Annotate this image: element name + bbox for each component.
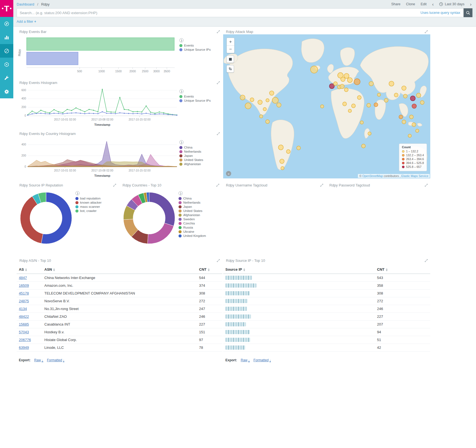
attack-marker[interactable] — [368, 132, 371, 135]
export-raw-link[interactable]: Raw↓ — [34, 358, 43, 362]
attack-marker[interactable] — [343, 102, 347, 106]
legend-toggle-icon[interactable]: ❯ — [179, 89, 184, 93]
legend-toggle-icon[interactable]: ❯ — [179, 191, 183, 195]
attack-marker[interactable] — [344, 73, 349, 78]
as-number-link[interactable]: 4134 — [19, 307, 27, 311]
attack-marker[interactable] — [240, 95, 245, 100]
attack-marker[interactable] — [420, 101, 424, 104]
search-button[interactable] — [464, 8, 472, 17]
legend-item[interactable]: United Kingdom — [179, 234, 217, 237]
breadcrumb-dashboard-link[interactable]: Dashboard — [17, 2, 34, 6]
expand-icon[interactable] — [217, 81, 220, 85]
legend-item[interactable]: Netherlands — [179, 201, 217, 204]
expand-icon[interactable] — [425, 30, 428, 34]
attack-marker[interactable] — [352, 104, 355, 108]
clone-button[interactable]: Clone — [406, 2, 415, 6]
attack-marker[interactable] — [348, 109, 352, 112]
as-number-link[interactable]: 24875 — [19, 299, 29, 303]
expand-icon[interactable] — [216, 183, 219, 188]
legend-item[interactable]: Events — [179, 95, 220, 98]
legend-item[interactable]: Netherlands — [179, 150, 220, 153]
attack-marker[interactable] — [272, 97, 278, 103]
expand-icon[interactable] — [425, 259, 428, 263]
legend-item[interactable]: Afghanistan — [179, 162, 220, 166]
as-number-link[interactable]: 16509 — [19, 283, 29, 288]
legend-item[interactable]: China — [179, 146, 220, 149]
attack-marker[interactable] — [377, 93, 381, 96]
map-draw-rect-button[interactable] — [226, 65, 234, 73]
attack-marker[interactable] — [357, 96, 361, 99]
as-number-link[interactable]: 206776 — [19, 338, 31, 342]
legend-toggle-icon[interactable]: ❯ — [179, 38, 184, 42]
attack-marker[interactable] — [258, 100, 262, 104]
attack-marker[interactable] — [354, 79, 360, 85]
expand-icon[interactable] — [217, 259, 220, 263]
attack-marker[interactable] — [297, 146, 301, 150]
map-zoom-in-button[interactable]: + — [227, 38, 234, 45]
attack-marker[interactable] — [408, 134, 411, 137]
elastic-maps-link[interactable]: Elastic Maps Service — [401, 174, 428, 178]
attack-marker[interactable] — [402, 86, 406, 90]
attack-marker[interactable] — [278, 145, 283, 150]
export-raw-link[interactable]: Raw↓ — [241, 358, 250, 362]
attack-marker[interactable] — [409, 115, 413, 119]
legend-item[interactable]: Czechia — [179, 222, 217, 225]
legend-item[interactable]: known attacker — [75, 201, 114, 204]
attack-marker[interactable] — [320, 105, 324, 108]
legend-item[interactable]: bad reputation — [75, 197, 114, 200]
legend-item[interactable]: Unique Source IPs — [179, 48, 220, 51]
attack-marker[interactable] — [334, 82, 337, 86]
attack-marker[interactable] — [360, 121, 363, 124]
legend-toggle-icon[interactable]: ❯ — [179, 140, 184, 144]
attack-marker[interactable] — [245, 103, 251, 109]
legend-item[interactable]: bot, crawler — [75, 209, 114, 213]
attack-marker[interactable] — [310, 66, 318, 73]
attack-marker[interactable] — [277, 103, 281, 107]
time-forward-button[interactable]: › — [470, 2, 472, 7]
attack-marker[interactable] — [410, 96, 415, 101]
search-input[interactable] — [17, 11, 421, 15]
attack-marker[interactable] — [344, 88, 348, 92]
attack-map[interactable]: + − Count 1 – 132.2132.2 – 263.4263.4 – … — [223, 34, 430, 178]
attack-marker[interactable] — [394, 93, 398, 97]
legend-item[interactable]: United States — [179, 158, 220, 162]
attack-marker[interactable] — [341, 77, 345, 81]
map-fit-button[interactable] — [226, 55, 234, 63]
column-header-asn[interactable]: ASN — [42, 265, 197, 274]
column-header-as[interactable]: AS — [17, 265, 42, 274]
legend-item[interactable]: Ukraine — [179, 230, 217, 233]
legend-item[interactable]: Russia — [179, 226, 217, 229]
attack-marker[interactable] — [369, 81, 373, 86]
legend-item[interactable]: Japan — [179, 205, 217, 208]
time-back-button[interactable]: ‹ — [432, 2, 434, 7]
column-header-cnt[interactable]: CNT — [375, 265, 430, 274]
attack-marker[interactable] — [403, 94, 407, 98]
as-number-link[interactable]: 57043 — [19, 330, 29, 334]
time-range-picker[interactable]: Last 30 days — [439, 2, 464, 6]
attack-marker[interactable] — [266, 99, 269, 102]
expand-icon[interactable] — [113, 183, 116, 188]
lucene-syntax-link[interactable]: Uses lucene query syntax — [421, 11, 460, 15]
legend-item[interactable]: Sweden — [179, 217, 217, 221]
events-bar-chart[interactable]: Rdpy500100015002000250030003500 — [17, 34, 179, 75]
expand-icon[interactable] — [320, 183, 323, 188]
attack-marker[interactable] — [250, 98, 254, 102]
export-formatted-link[interactable]: Formatted↓ — [253, 358, 271, 362]
attack-marker[interactable] — [412, 123, 416, 127]
legend-item[interactable]: Unique Source IPs — [179, 99, 220, 102]
as-number-link[interactable]: 15685 — [19, 322, 29, 326]
legend-item[interactable]: Afghanistan — [179, 213, 217, 217]
attack-marker[interactable] — [263, 107, 266, 111]
legend-item[interactable]: United States — [179, 209, 217, 213]
attack-marker[interactable] — [402, 120, 406, 124]
column-header-source-ip[interactable]: Source IP — [223, 265, 375, 274]
attack-marker[interactable] — [259, 115, 263, 118]
legend-toggle-icon[interactable]: ❯ — [75, 191, 80, 195]
as-number-link[interactable]: 48422 — [19, 314, 29, 319]
attack-marker[interactable] — [367, 103, 371, 107]
legend-item[interactable]: China — [179, 197, 217, 200]
expand-icon[interactable] — [425, 183, 428, 188]
as-number-link[interactable]: 63949 — [19, 345, 29, 350]
sidebar-item-discover[interactable] — [0, 17, 13, 30]
expand-icon[interactable] — [217, 132, 220, 136]
